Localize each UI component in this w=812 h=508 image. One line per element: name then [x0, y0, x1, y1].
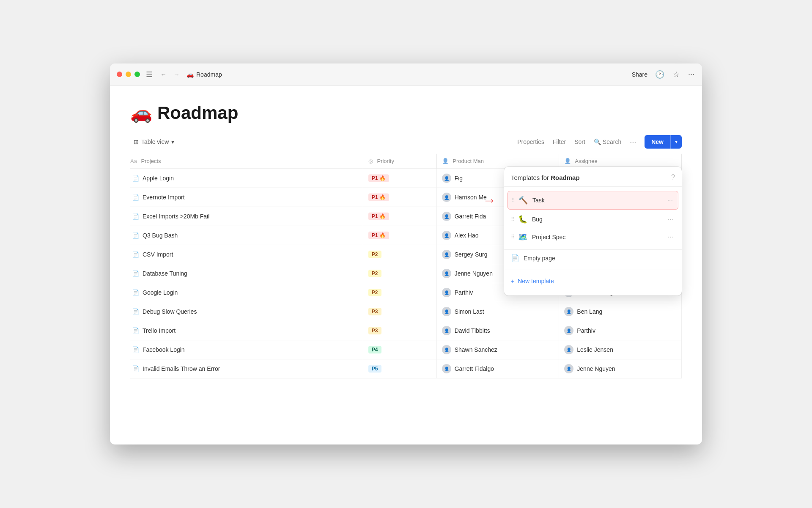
back-button[interactable]: ← — [159, 70, 168, 79]
table-row[interactable]: 📄Facebook LoginP4👤Shawn Sanchez👤Leslie J… — [130, 340, 682, 359]
cell-priority: P2 — [363, 245, 436, 264]
task-more-button[interactable]: ··· — [666, 196, 675, 205]
table-row[interactable]: 📄Trello ImportP3👤David Tibbitts👤Parthiv — [130, 321, 682, 340]
priority-badge: P3 — [368, 308, 381, 315]
titlebar-actions: Share 🕐 ☆ ··· — [632, 69, 695, 80]
avatar-cell: 👤Jenne Nguyen — [564, 364, 676, 373]
avatar: 👤 — [442, 193, 451, 202]
avatar: 👤 — [442, 345, 451, 354]
forward-button[interactable]: → — [172, 70, 181, 79]
priority-badge: P1 🔥 — [368, 193, 389, 201]
priority-badge: P2 — [368, 270, 381, 277]
col-assignee-label: Assignee — [575, 158, 597, 164]
minimize-button[interactable] — [126, 72, 131, 77]
projects-col-icon: Aa — [130, 158, 137, 164]
col-header-priority[interactable]: ◎ Priority — [363, 154, 436, 169]
filter-button[interactable]: Filter — [553, 138, 566, 145]
cell-project-name: 📄Facebook Login — [130, 340, 363, 359]
priority-badge: P1 🔥 — [368, 174, 389, 182]
cell-project-name: 📄Trello Import — [130, 321, 363, 340]
bug-emoji: 🐛 — [518, 215, 528, 224]
star-icon[interactable]: ☆ — [672, 69, 680, 80]
template-item-bug[interactable]: ⠿ 🐛 Bug ··· — [504, 210, 682, 228]
help-icon[interactable]: ? — [671, 174, 675, 181]
template-item-project-spec[interactable]: ⠿ 🗺️ Project Spec ··· — [504, 228, 682, 246]
priority-badge: P1 🔥 — [368, 232, 389, 239]
cell-project-name: 📄Database Tuning — [130, 264, 363, 283]
row-doc-icon: 📄 — [132, 270, 139, 277]
bug-more-button[interactable]: ··· — [666, 215, 675, 224]
cell-priority: P1 🔥 — [363, 207, 436, 226]
drag-handle-bug: ⠿ — [511, 216, 514, 222]
avatar: 👤 — [442, 231, 451, 240]
toolbar-more-button[interactable]: ··· — [630, 138, 636, 146]
template-item-task[interactable]: ⠿ 🔨 Task ··· → — [508, 191, 678, 210]
cell-priority: P2 — [363, 264, 436, 283]
history-icon[interactable]: 🕐 — [654, 69, 665, 80]
cell-assignee: 👤Leslie Jensen — [559, 340, 682, 359]
col-prodman-label: Product Man — [453, 158, 484, 164]
cell-priority: P5 — [363, 359, 436, 378]
avatar-cell: 👤Shawn Sanchez — [442, 345, 554, 354]
window-emoji: 🚗 — [187, 71, 194, 78]
search-button[interactable]: 🔍 Search — [594, 138, 621, 145]
avatar: 👤 — [564, 307, 573, 316]
cell-priority: P3 — [363, 302, 436, 321]
cell-priority: P1 🔥 — [363, 188, 436, 207]
col-header-projects[interactable]: Aa Projects — [130, 154, 363, 169]
new-button[interactable]: New — [645, 135, 670, 149]
avatar-cell: 👤Leslie Jensen — [564, 345, 676, 354]
empty-page-item[interactable]: 📄 Empty page — [504, 250, 682, 266]
avatar-cell: 👤Ben Lang — [564, 307, 676, 316]
priority-badge: P2 — [368, 251, 381, 258]
cell-assignee: 👤Parthiv — [559, 321, 682, 340]
cell-priority: P1 🔥 — [363, 169, 436, 188]
drag-handle-task: ⠿ — [511, 197, 515, 203]
avatar-cell: 👤Garrett Fidalgo — [442, 364, 554, 373]
avatar: 👤 — [442, 288, 451, 297]
cell-product-manager: 👤Simon Last — [436, 302, 559, 321]
new-button-group: New ▾ — [645, 135, 682, 149]
row-doc-icon: 📄 — [132, 289, 139, 296]
project-spec-name: Project Spec — [532, 234, 666, 240]
cell-project-name: 📄Google Login — [130, 283, 363, 302]
table-view-button[interactable]: ⊞ Table view ▾ — [130, 137, 178, 147]
project-spec-emoji: 🗺️ — [518, 232, 528, 242]
table-view-label: Table view — [141, 138, 169, 145]
avatar: 👤 — [564, 345, 573, 354]
maximize-button[interactable] — [134, 72, 140, 77]
priority-badge: P5 — [368, 365, 381, 373]
row-doc-icon: 📄 — [132, 194, 139, 201]
cell-project-name: 📄CSV Import — [130, 245, 363, 264]
share-button[interactable]: Share — [632, 71, 647, 78]
new-template-button[interactable]: + New template — [504, 273, 682, 289]
row-doc-icon: 📄 — [132, 327, 139, 334]
cell-product-manager: 👤Garrett Fidalgo — [436, 359, 559, 378]
properties-button[interactable]: Properties — [517, 138, 544, 145]
avatar: 👤 — [564, 364, 573, 373]
avatar: 👤 — [442, 269, 451, 278]
traffic-lights — [117, 72, 140, 77]
more-options-icon[interactable]: ··· — [687, 69, 695, 80]
priority-badge: P4 — [368, 346, 381, 353]
close-button[interactable] — [117, 72, 122, 77]
sort-button[interactable]: Sort — [574, 138, 585, 145]
dropdown-db-name: Roadmap — [551, 174, 579, 181]
table-row[interactable]: 📄Debug Slow QueriesP3👤Simon Last👤Ben Lan… — [130, 302, 682, 321]
priority-badge: P2 — [368, 289, 381, 296]
avatar: 👤 — [442, 212, 451, 221]
table-row[interactable]: 📄Invalid Emails Throw an ErrorP5👤Garrett… — [130, 359, 682, 378]
cell-priority: P3 — [363, 321, 436, 340]
empty-page-label: Empty page — [524, 255, 555, 262]
col-priority-label: Priority — [377, 158, 394, 164]
page-title: 🚗 Roadmap — [130, 102, 682, 123]
cell-priority: P4 — [363, 340, 436, 359]
cell-project-name: 📄Invalid Emails Throw an Error — [130, 359, 363, 378]
titlebar: ☰ ← → 🚗 Roadmap Share 🕐 ☆ ··· — [110, 64, 702, 86]
project-spec-more-button[interactable]: ··· — [666, 232, 675, 242]
cell-priority: P1 🔥 — [363, 226, 436, 245]
new-button-chevron[interactable]: ▾ — [670, 135, 682, 149]
menu-icon[interactable]: ☰ — [145, 69, 154, 80]
dropdown-title: Templates for Roadmap — [511, 174, 580, 181]
toolbar: ⊞ Table view ▾ Properties Filter Sort 🔍 … — [130, 135, 682, 154]
